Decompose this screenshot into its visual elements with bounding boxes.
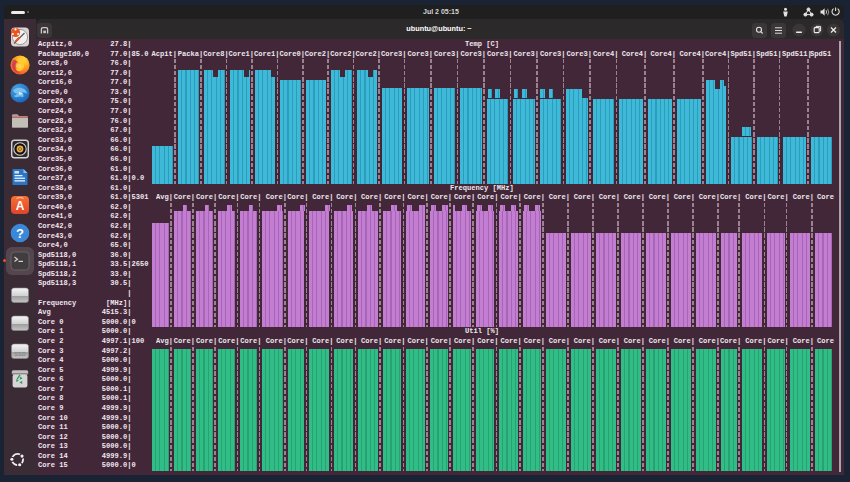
svg-text:A: A [15,199,24,213]
svg-text:SSD: SSD [14,351,25,357]
svg-text:?: ? [16,225,24,240]
